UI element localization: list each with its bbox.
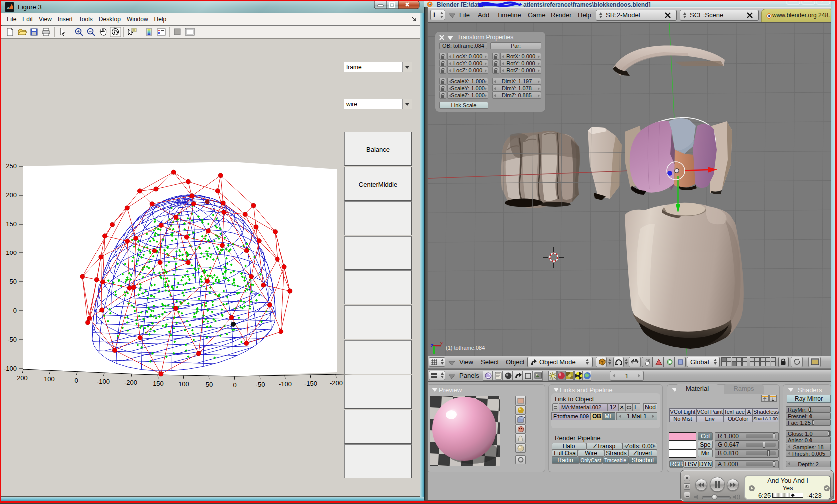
svg-text:(1) totframe.084: (1) totframe.084 — [446, 345, 485, 351]
svg-text:x: x — [440, 341, 443, 346]
